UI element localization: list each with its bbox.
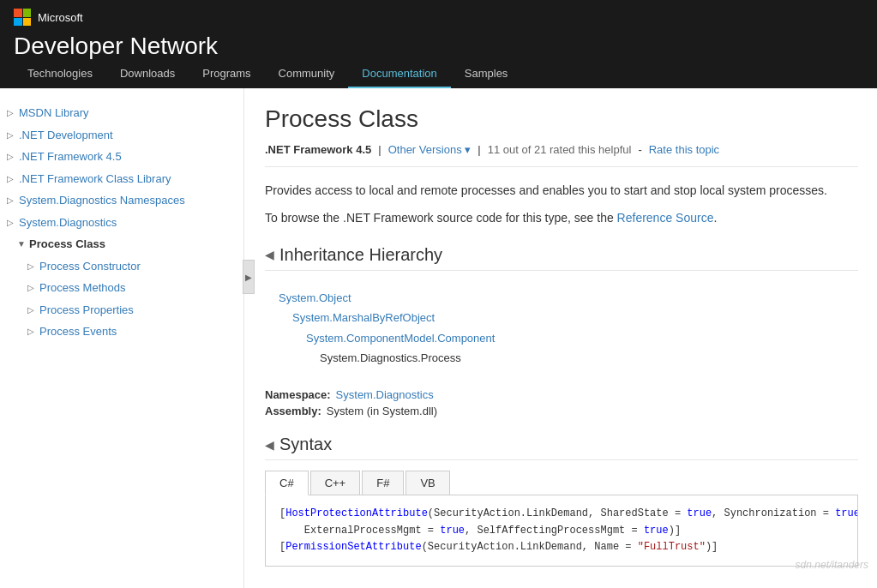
inheritance-process: System.Diagnostics.Process <box>279 348 844 368</box>
sidebar-item-system-diagnostics[interactable]: ▷ System.Diagnostics <box>0 212 243 234</box>
inheritance-section-header: ◀ Inheritance Hierarchy <box>265 245 858 271</box>
sidebar-label: Process Constructor <box>39 258 141 275</box>
namespace-label: Namespace: <box>265 388 331 401</box>
syntax-header-label: Syntax <box>279 435 332 454</box>
header-brand: Microsoft <box>14 9 863 26</box>
arrow-icon: ▷ <box>7 216 15 229</box>
company-name: Microsoft <box>38 11 83 24</box>
collapse-arrow-icon[interactable]: ◀ <box>265 248 274 261</box>
layout: ▷ MSDN Library ▷ .NET Development ▷ .NET… <box>0 88 877 588</box>
namespace-value: System.Diagnostics <box>336 388 434 401</box>
inheritance-marshalbyref[interactable]: System.MarshalByRefObject <box>279 308 844 327</box>
inheritance-header-label: Inheritance Hierarchy <box>279 245 442 265</box>
assembly-value: System (in System.dll) <box>327 405 437 417</box>
site-title: Developer Network <box>14 33 863 60</box>
rating-text: 11 out of 21 rated this helpful <box>488 143 632 156</box>
rate-topic-link[interactable]: Rate this topic <box>649 143 719 156</box>
sidebar-label: Process Events <box>39 323 117 340</box>
arrow-icon: ▷ <box>27 325 36 338</box>
nav-technologies[interactable]: Technologies <box>14 60 106 88</box>
arrow-icon: ▷ <box>27 303 36 316</box>
sidebar-item-net-45[interactable]: ▷ .NET Framework 4.5 <box>0 146 243 168</box>
sidebar-label: System.Diagnostics <box>19 214 117 231</box>
arrow-icon: ▷ <box>7 172 15 185</box>
namespace-link[interactable]: System.Diagnostics <box>336 388 434 401</box>
inheritance-object[interactable]: System.Object <box>279 288 844 308</box>
arrow-icon: ▷ <box>7 129 15 141</box>
sidebar-label: .NET Framework Class Library <box>19 171 171 188</box>
nav-downloads[interactable]: Downloads <box>106 60 189 88</box>
version-bar: .NET Framework 4.5 | Other Versions ▾ | … <box>265 143 858 167</box>
assembly-label: Assembly: <box>265 405 321 417</box>
version-divider: | <box>378 143 381 156</box>
other-versions-label: Other Versions <box>388 143 462 156</box>
tab-vb[interactable]: VB <box>405 471 449 495</box>
arrow-icon: ▷ <box>7 106 15 119</box>
syntax-section: ◀ Syntax C# C++ F# VB [HostProtectionAtt… <box>265 435 858 567</box>
namespace-row: Namespace: System.Diagnostics <box>265 388 858 401</box>
collapse-arrow-icon[interactable]: ◀ <box>265 438 274 452</box>
main-nav: Technologies Downloads Programs Communit… <box>14 60 863 88</box>
arrow-icon: ▼ <box>17 237 26 250</box>
sidebar-item-process-constructor[interactable]: ▷ Process Constructor <box>0 255 243 278</box>
description2: To browse the .NET Framework source code… <box>265 208 858 227</box>
assembly-row: Assembly: System (in System.dll) <box>265 405 858 417</box>
inheritance-tree: System.Object System.MarshalByRefObject … <box>265 281 858 375</box>
nav-documentation[interactable]: Documentation <box>348 60 450 88</box>
sidebar-item-process-methods[interactable]: ▷ Process Methods <box>0 277 243 299</box>
arrow-icon: ▷ <box>27 260 36 273</box>
sidebar-item-net-dev[interactable]: ▷ .NET Development <box>0 124 243 147</box>
layout-wrapper: ▷ MSDN Library ▷ .NET Development ▷ .NET… <box>0 88 877 588</box>
desc2-text: To browse the .NET Framework source code… <box>265 211 617 225</box>
sidebar-item-process-class[interactable]: ▼ Process Class <box>0 233 243 255</box>
sidebar-label: Process Properties <box>39 302 134 319</box>
syntax-code-block: [HostProtectionAttribute(SecurityAction.… <box>265 495 858 567</box>
version-label: .NET Framework 4.5 <box>265 143 371 156</box>
sidebar-collapse-button[interactable]: ▶ <box>243 260 255 294</box>
ms-logo-yellow <box>23 18 32 27</box>
page-title: Process Class <box>265 105 858 133</box>
arrow-icon: ▷ <box>7 150 15 163</box>
sidebar-label: System.Diagnostics Namespaces <box>19 192 185 209</box>
sidebar-item-msdn-library[interactable]: ▷ MSDN Library <box>0 102 243 124</box>
sidebar-item-process-properties[interactable]: ▷ Process Properties <box>0 299 243 321</box>
version-divider2: | <box>478 143 480 156</box>
sidebar-label: Process Class <box>29 236 105 253</box>
sidebar-item-process-events[interactable]: ▷ Process Events <box>0 321 243 343</box>
ms-logo-red <box>14 9 22 17</box>
syntax-tabs: C# C++ F# VB <box>265 471 858 495</box>
description1: Provides access to local and remote proc… <box>265 181 858 200</box>
sidebar-item-diagnostics-ns[interactable]: ▷ System.Diagnostics Namespaces <box>0 189 243 212</box>
nav-community[interactable]: Community <box>265 60 349 88</box>
watermark: sdn.net/itanders <box>796 559 868 571</box>
main-content: Process Class .NET Framework 4.5 | Other… <box>244 88 877 588</box>
sidebar-item-class-library[interactable]: ▷ .NET Framework Class Library <box>0 168 243 190</box>
chevron-down-icon: ▾ <box>465 143 471 156</box>
tab-fsharp[interactable]: F# <box>362 471 404 495</box>
sidebar-label: .NET Development <box>19 127 113 144</box>
reference-source-link[interactable]: Reference Source <box>617 211 714 225</box>
arrow-icon: ▷ <box>27 281 36 294</box>
syntax-section-header: ◀ Syntax <box>265 435 858 460</box>
inheritance-component[interactable]: System.ComponentModel.Component <box>279 328 844 348</box>
nav-programs[interactable]: Programs <box>189 60 264 88</box>
rating-dash: - <box>638 143 641 156</box>
sidebar-label: .NET Framework 4.5 <box>19 148 122 165</box>
sidebar: ▷ MSDN Library ▷ .NET Development ▷ .NET… <box>0 88 244 588</box>
ms-logo <box>14 9 31 26</box>
sidebar-label: Process Methods <box>39 279 125 297</box>
nav-samples[interactable]: Samples <box>451 60 522 88</box>
other-versions-dropdown[interactable]: Other Versions ▾ <box>388 143 472 156</box>
ms-logo-blue <box>14 18 22 27</box>
ms-logo-green <box>23 9 32 17</box>
arrow-icon: ▷ <box>7 194 15 207</box>
meta-section: Namespace: System.Diagnostics Assembly: … <box>265 388 858 417</box>
header: Microsoft Developer Network Technologies… <box>0 0 877 88</box>
tab-csharp[interactable]: C# <box>265 471 309 495</box>
tab-cpp[interactable]: C++ <box>310 471 361 495</box>
sidebar-label: MSDN Library <box>19 105 89 122</box>
